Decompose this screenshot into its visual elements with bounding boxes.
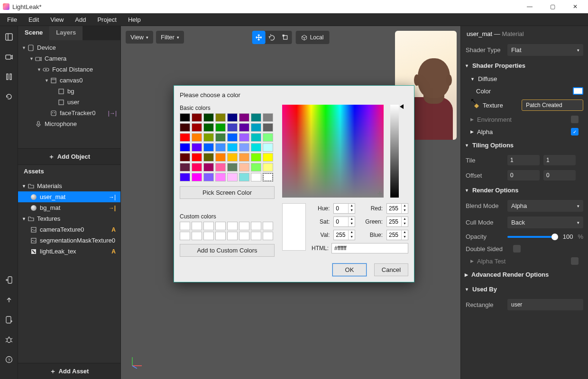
diffuse-section[interactable]: ▼Diffuse: [461, 73, 588, 85]
basic-swatch[interactable]: [239, 113, 249, 122]
double-sided-checkbox[interactable]: [513, 245, 521, 253]
tree-row[interactable]: ▼Device: [18, 42, 120, 53]
close-button[interactable]: ✕: [565, 0, 585, 13]
tree-row[interactable]: Microphone: [18, 118, 120, 129]
basic-swatch[interactable]: [263, 113, 273, 122]
basic-swatch[interactable]: [215, 133, 226, 142]
tile-y-input[interactable]: 1: [543, 155, 576, 165]
view-dropdown[interactable]: View▾: [126, 31, 153, 44]
basic-swatch[interactable]: [203, 153, 214, 162]
tree-row[interactable]: bg: [18, 86, 120, 97]
asset-row[interactable]: segmentationMaskTexture0: [18, 235, 120, 246]
asset-row[interactable]: ▼Materials: [18, 180, 120, 191]
basic-swatch[interactable]: [251, 123, 261, 132]
basic-swatch[interactable]: [263, 163, 273, 171]
basic-swatch[interactable]: [180, 133, 190, 142]
asset-row[interactable]: cameraTexture0A: [18, 224, 120, 235]
basic-swatch[interactable]: [251, 143, 261, 152]
red-input[interactable]: ▲▼: [386, 203, 408, 214]
alpha-section[interactable]: ▶Alpha✓: [461, 126, 588, 138]
basic-swatch[interactable]: [251, 173, 261, 181]
cancel-button[interactable]: Cancel: [374, 263, 408, 276]
asset-row[interactable]: lightLeak_texA: [18, 246, 120, 257]
green-input[interactable]: ▲▼: [386, 217, 408, 227]
html-input[interactable]: [331, 243, 408, 253]
tab-layers[interactable]: Layers: [49, 26, 83, 40]
tree-row[interactable]: ▼canvas0: [18, 75, 120, 86]
tab-scene[interactable]: Scene: [18, 26, 49, 40]
tiling-section[interactable]: ▼Tiling Options: [461, 138, 588, 153]
basic-swatch[interactable]: [263, 153, 273, 162]
basic-swatch[interactable]: [227, 173, 238, 181]
basic-swatch[interactable]: [263, 173, 273, 181]
up-arrow-icon[interactable]: [5, 296, 13, 304]
advanced-section[interactable]: ▶Advanced Render Options: [461, 267, 588, 282]
camera-icon[interactable]: [5, 53, 13, 61]
add-file-icon[interactable]: [5, 316, 13, 324]
basic-swatch[interactable]: [192, 113, 202, 122]
alpha-test-section[interactable]: ▶Alpha Test: [461, 255, 588, 267]
basic-swatch[interactable]: [192, 153, 202, 162]
offset-y-input[interactable]: 0: [543, 170, 576, 180]
move-tool-icon[interactable]: [252, 31, 266, 44]
filter-dropdown[interactable]: Filter▾: [156, 31, 184, 44]
basic-swatch[interactable]: [227, 153, 238, 162]
tree-row[interactable]: user: [18, 97, 120, 108]
add-to-custom-button[interactable]: Add to Custom Colors: [180, 244, 275, 257]
tree-row[interactable]: ▼Focal Distance: [18, 64, 120, 75]
menu-project[interactable]: Project: [93, 15, 120, 25]
basic-swatch[interactable]: [215, 123, 226, 132]
basic-swatch[interactable]: [192, 133, 202, 142]
used-by-value[interactable]: user: [507, 299, 583, 310]
basic-swatch[interactable]: [203, 133, 214, 142]
basic-swatch[interactable]: [239, 133, 249, 142]
local-toggle[interactable]: Local: [296, 31, 330, 44]
shader-properties-section[interactable]: ▼Shader Properties: [461, 58, 588, 73]
alpha-test-checkbox[interactable]: [571, 257, 579, 265]
basic-swatch[interactable]: [239, 173, 249, 181]
shader-type-select[interactable]: Flat▾: [507, 44, 583, 56]
basic-swatch[interactable]: [180, 113, 190, 122]
basic-swatch[interactable]: [251, 133, 261, 142]
pick-screen-color-button[interactable]: Pick Screen Color: [180, 186, 275, 199]
val-input[interactable]: ▲▼: [333, 230, 355, 240]
maximize-button[interactable]: ▢: [542, 0, 562, 13]
basic-swatch[interactable]: [203, 163, 214, 171]
basic-swatch[interactable]: [215, 163, 226, 171]
basic-swatch[interactable]: [263, 143, 273, 152]
blue-input[interactable]: ▲▼: [386, 230, 408, 240]
layout-icon[interactable]: [5, 33, 13, 41]
bug-icon[interactable]: [5, 335, 13, 344]
menu-add[interactable]: Add: [71, 15, 90, 25]
rotate-tool-icon[interactable]: [266, 31, 279, 44]
color-swatch[interactable]: [573, 87, 583, 95]
offset-x-input[interactable]: 0: [507, 170, 540, 180]
texture-value[interactable]: Patch Created: [522, 99, 583, 111]
hue-input[interactable]: ▲▼: [333, 203, 355, 214]
add-object-button[interactable]: ＋Add Object: [18, 148, 120, 164]
tree-row[interactable]: ▼Camera: [18, 53, 120, 64]
help-icon[interactable]: ?: [5, 355, 13, 364]
basic-swatch[interactable]: [192, 143, 202, 152]
menu-edit[interactable]: Edit: [24, 15, 43, 25]
asset-row[interactable]: user_mat→|: [18, 191, 120, 202]
menu-file[interactable]: File: [3, 15, 21, 25]
basic-swatch[interactable]: [227, 143, 238, 152]
basic-swatch[interactable]: [215, 113, 226, 122]
render-options-section[interactable]: ▼Render Options: [461, 183, 588, 198]
basic-swatch[interactable]: [203, 123, 214, 132]
basic-swatch[interactable]: [227, 133, 238, 142]
ok-button[interactable]: OK: [332, 263, 367, 276]
basic-swatch[interactable]: [203, 173, 214, 181]
sat-input[interactable]: ▲▼: [333, 217, 355, 227]
basic-swatch[interactable]: [203, 143, 214, 152]
basic-swatch[interactable]: [192, 123, 202, 132]
asset-row[interactable]: bg_mat→|: [18, 202, 120, 213]
basic-swatch[interactable]: [251, 153, 261, 162]
basic-swatch[interactable]: [192, 173, 202, 181]
environment-section[interactable]: ▶Environment: [461, 113, 588, 126]
basic-swatch[interactable]: [180, 173, 190, 181]
basic-swatch[interactable]: [180, 143, 190, 152]
cull-select[interactable]: Back▾: [507, 217, 583, 228]
basic-swatch[interactable]: [180, 153, 190, 162]
